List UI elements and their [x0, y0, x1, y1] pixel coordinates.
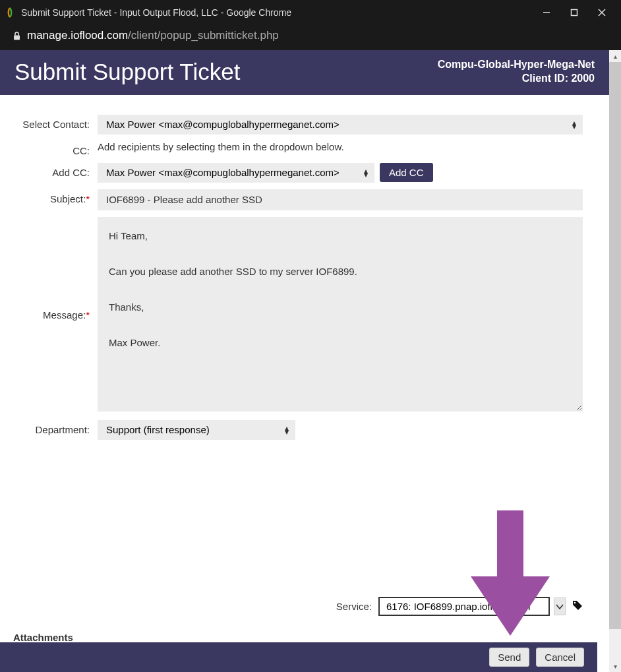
vertical-scrollbar[interactable]: ▴ ▾ — [609, 50, 621, 672]
cc-hint: Add recipients by selecting them in the … — [98, 141, 344, 152]
add-cc-label: Add CC: — [20, 163, 98, 178]
select-contact-label: Select Contact: — [20, 115, 98, 130]
footer-bar: Send Cancel — [0, 642, 597, 672]
tag-icon[interactable] — [572, 600, 583, 613]
scroll-down-icon[interactable]: ▾ — [609, 660, 621, 672]
page-header: Submit Support Ticket Compu-Global-Hyper… — [0, 50, 609, 95]
close-button[interactable] — [596, 7, 608, 18]
send-button[interactable]: Send — [489, 648, 529, 667]
cancel-button[interactable]: Cancel — [536, 648, 584, 667]
client-id: Client ID: 2000 — [438, 72, 595, 86]
arrow-annotation-icon — [464, 510, 556, 644]
subject-input[interactable] — [98, 189, 583, 210]
address-bar: manage.ioflood.com/client/popup_submitti… — [0, 25, 621, 50]
scroll-thumb[interactable] — [609, 62, 621, 629]
svg-rect-1 — [572, 10, 577, 16]
maximize-button[interactable] — [568, 7, 580, 18]
company-name: Compu-Global-Hyper-Mega-Net — [438, 58, 595, 72]
window-titlebar: Submit Support Ticket - Input Output Flo… — [0, 0, 621, 25]
url-path: /client/popup_submitticket.php — [128, 29, 279, 42]
svg-point-5 — [574, 601, 576, 603]
window-controls — [541, 7, 617, 18]
cc-label: CC: — [20, 141, 98, 156]
page-title: Submit Support Ticket — [15, 59, 438, 85]
app-icon — [4, 7, 16, 18]
lock-icon — [12, 31, 22, 41]
service-label: Service: — [336, 601, 372, 612]
select-contact-dropdown[interactable]: Max Power <max@compuglobalhypermeganet.c… — [98, 115, 583, 135]
url-domain: manage.ioflood.com — [27, 29, 128, 42]
window-title: Submit Support Ticket - Input Output Flo… — [21, 7, 541, 18]
add-cc-button[interactable]: Add CC — [380, 163, 433, 182]
department-dropdown[interactable]: Support (first response) — [98, 420, 295, 440]
department-label: Department: — [20, 420, 98, 435]
message-textarea[interactable] — [98, 217, 583, 412]
message-label: Message:* — [20, 217, 98, 321]
subject-label: Subject:* — [20, 189, 98, 204]
minimize-button[interactable] — [541, 7, 552, 18]
url-text[interactable]: manage.ioflood.com/client/popup_submitti… — [27, 29, 279, 42]
svg-rect-4 — [14, 35, 20, 40]
add-cc-dropdown[interactable]: Max Power <max@compuglobalhypermeganet.c… — [98, 163, 374, 183]
scroll-up-icon[interactable]: ▴ — [609, 50, 621, 62]
